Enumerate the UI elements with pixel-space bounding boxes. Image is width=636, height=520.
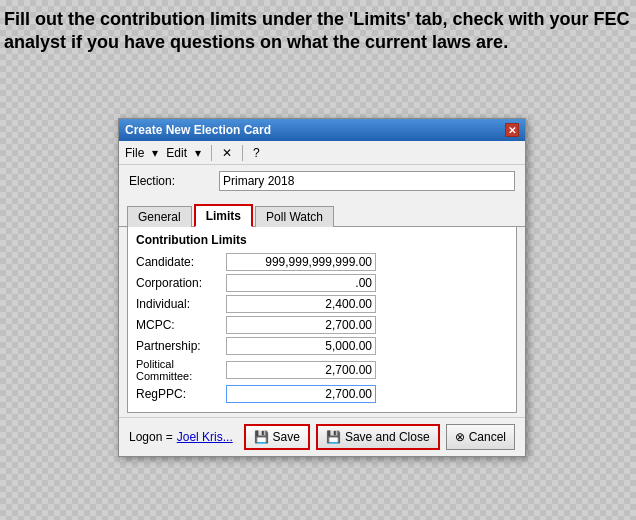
save-close-icon: 💾 bbox=[326, 430, 341, 444]
election-label: Election: bbox=[129, 174, 219, 188]
content-panel: Contribution Limits Candidate: Corporati… bbox=[127, 227, 517, 413]
individual-label: Individual: bbox=[136, 297, 226, 311]
edit-menu[interactable]: Edit bbox=[166, 146, 187, 160]
partnership-label: Partnership: bbox=[136, 339, 226, 353]
menu-separator-1 bbox=[211, 145, 212, 161]
mcpc-label: MCPC: bbox=[136, 318, 226, 332]
save-button[interactable]: 💾 Save bbox=[244, 424, 310, 450]
individual-input[interactable] bbox=[226, 295, 376, 313]
election-row: Election: bbox=[129, 171, 515, 191]
cancel-label: Cancel bbox=[469, 430, 506, 444]
candidate-label: Candidate: bbox=[136, 255, 226, 269]
section-title: Contribution Limits bbox=[136, 233, 508, 247]
tabs-container: General Limits Poll Watch bbox=[119, 203, 525, 227]
cancel-button[interactable]: ⊗ Cancel bbox=[446, 424, 515, 450]
regppc-input[interactable] bbox=[226, 385, 376, 403]
limits-row-mcpc: MCPC: bbox=[136, 316, 508, 334]
dialog-close-button[interactable]: ✕ bbox=[505, 123, 519, 137]
election-input[interactable] bbox=[219, 171, 515, 191]
cancel-icon: ⊗ bbox=[455, 430, 465, 444]
menu-separator-2 bbox=[242, 145, 243, 161]
logon-label: Logon = bbox=[129, 430, 173, 444]
help-icon[interactable]: ? bbox=[253, 146, 260, 160]
instruction-text: Fill out the contribution limits under t… bbox=[4, 8, 632, 55]
footer-buttons: 💾 Save 💾 Save and Close ⊗ Cancel bbox=[244, 424, 515, 450]
tab-limits[interactable]: Limits bbox=[194, 204, 253, 227]
dialog-window: Create New Election Card ✕ File ▾ Edit ▾… bbox=[118, 118, 526, 457]
menu-dropdown-icon-2: ▾ bbox=[195, 146, 201, 160]
mcpc-input[interactable] bbox=[226, 316, 376, 334]
regppc-label: RegPPC: bbox=[136, 387, 226, 401]
menu-dropdown-icon: ▾ bbox=[152, 146, 158, 160]
save-icon: 💾 bbox=[254, 430, 269, 444]
delete-icon[interactable]: ✕ bbox=[222, 146, 232, 160]
political-label: Political Committee: bbox=[136, 358, 226, 382]
corporation-label: Corporation: bbox=[136, 276, 226, 290]
corporation-input[interactable] bbox=[226, 274, 376, 292]
candidate-input[interactable] bbox=[226, 253, 376, 271]
limits-row-political: Political Committee: bbox=[136, 358, 508, 382]
tab-general[interactable]: General bbox=[127, 206, 192, 227]
logon-value: Joel Kris... bbox=[177, 430, 233, 444]
limits-row-candidate: Candidate: bbox=[136, 253, 508, 271]
limits-row-corporation: Corporation: bbox=[136, 274, 508, 292]
dialog-title: Create New Election Card bbox=[125, 123, 271, 137]
save-close-label: Save and Close bbox=[345, 430, 430, 444]
file-menu[interactable]: File bbox=[125, 146, 144, 160]
limits-row-individual: Individual: bbox=[136, 295, 508, 313]
save-and-close-button[interactable]: 💾 Save and Close bbox=[316, 424, 440, 450]
partnership-input[interactable] bbox=[226, 337, 376, 355]
dialog-titlebar: Create New Election Card ✕ bbox=[119, 119, 525, 141]
dialog-footer: Logon = Joel Kris... 💾 Save 💾 Save and C… bbox=[119, 417, 525, 456]
form-area: Election: bbox=[119, 165, 525, 201]
save-label: Save bbox=[273, 430, 300, 444]
tab-pollwatch[interactable]: Poll Watch bbox=[255, 206, 334, 227]
limits-row-regppc: RegPPC: bbox=[136, 385, 508, 403]
limits-row-partnership: Partnership: bbox=[136, 337, 508, 355]
political-input[interactable] bbox=[226, 361, 376, 379]
menu-bar: File ▾ Edit ▾ ✕ ? bbox=[119, 141, 525, 165]
